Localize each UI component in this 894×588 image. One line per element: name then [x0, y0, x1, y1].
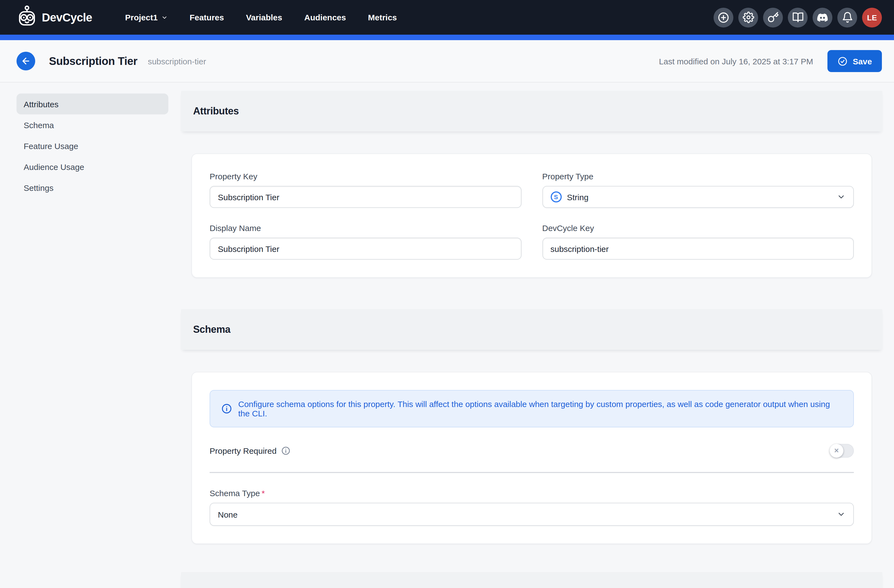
property-type-select[interactable]: S String — [542, 186, 854, 208]
property-required-row: Property Required ✕ — [210, 444, 854, 458]
api-key-icon — [767, 12, 779, 23]
page-title: Subscription Tier — [49, 55, 137, 67]
sidebar-item-schema[interactable]: Schema — [17, 115, 168, 135]
settings-button[interactable] — [738, 8, 758, 27]
project-selector-label: Project1 — [125, 13, 158, 22]
devcycle-logo[interactable]: DevCycle — [17, 5, 92, 29]
notifications-button[interactable] — [837, 8, 857, 27]
docs-button[interactable] — [788, 8, 808, 27]
user-avatar[interactable]: LE — [862, 8, 882, 27]
docs-book-icon — [792, 12, 803, 23]
property-key-input[interactable] — [210, 186, 521, 208]
devcycle-key-field-group: DevCycle Key — [542, 223, 854, 259]
back-button[interactable] — [17, 52, 35, 71]
sidebar-item-feature-usage[interactable]: Feature Usage — [17, 135, 168, 156]
accent-bar — [0, 35, 894, 40]
chevron-down-icon — [161, 14, 168, 21]
main-nav: Project1 Features Variables Audiences Me… — [116, 8, 406, 26]
schema-type-label: Schema Type* — [210, 488, 854, 498]
navbar-actions: LE — [714, 8, 882, 27]
devcycle-robot-icon — [17, 5, 38, 29]
schema-section-header: Schema — [181, 309, 882, 350]
info-icon — [281, 446, 290, 455]
settings-gear-icon — [742, 12, 754, 23]
nav-project-selector[interactable]: Project1 — [116, 8, 176, 26]
display-name-label: Display Name — [210, 223, 521, 233]
schema-banner-text: Configure schema options for this proper… — [238, 400, 842, 418]
property-type-field-group: Property Type S String — [542, 172, 854, 208]
feature-usage-section-title: Feature Usage — [193, 586, 260, 588]
brand-name: DevCycle — [42, 11, 92, 24]
property-type-value: String — [567, 192, 588, 202]
page-header: Subscription Tier subscription-tier Last… — [0, 40, 894, 83]
info-icon — [221, 403, 232, 414]
sidebar-item-audience-usage[interactable]: Audience Usage — [17, 156, 168, 177]
property-key-text: subscription-tier — [148, 56, 206, 66]
add-circle-icon — [717, 11, 729, 23]
property-key-field-group: Property Key — [210, 172, 521, 208]
required-asterisk: * — [261, 488, 265, 498]
schema-card-divider — [210, 472, 854, 473]
save-button[interactable]: Save — [828, 50, 882, 72]
chevron-down-icon — [837, 510, 846, 519]
schema-card: Configure schema options for this proper… — [192, 372, 872, 544]
nav-item-metrics[interactable]: Metrics — [359, 8, 406, 26]
string-type-icon: S — [550, 191, 562, 202]
nav-item-audiences[interactable]: Audiences — [295, 8, 355, 26]
schema-type-field-group: Schema Type* None — [210, 488, 854, 526]
schema-info-banner: Configure schema options for this proper… — [210, 390, 854, 427]
discord-icon — [816, 11, 829, 23]
attributes-section-title: Attributes — [193, 106, 239, 117]
arrow-left-icon — [21, 56, 31, 66]
top-navbar: DevCycle Project1 Features Variables Aud… — [0, 0, 894, 35]
property-key-label: Property Key — [210, 172, 521, 181]
chevron-down-icon — [837, 193, 846, 201]
schema-type-value: None — [218, 510, 238, 519]
last-modified-text: Last modified on July 16, 2025 at 3:17 P… — [659, 56, 813, 66]
discord-button[interactable] — [812, 8, 832, 27]
nav-item-features[interactable]: Features — [181, 8, 233, 26]
nav-item-variables[interactable]: Variables — [237, 8, 291, 26]
property-required-toggle[interactable]: ✕ — [830, 444, 854, 458]
property-type-label: Property Type — [542, 172, 854, 181]
devcycle-key-input[interactable] — [542, 238, 854, 259]
api-keys-button[interactable] — [763, 8, 783, 27]
devcycle-key-label: DevCycle Key — [542, 223, 854, 233]
notifications-bell-icon — [841, 12, 853, 23]
sidebar-item-settings[interactable]: Settings — [17, 177, 168, 198]
toggle-knob-off-icon: ✕ — [830, 444, 843, 458]
add-circle-button[interactable] — [714, 8, 733, 27]
attributes-card: Property Key Property Type S String Disp… — [192, 154, 872, 278]
schema-type-select[interactable]: None — [210, 503, 854, 526]
display-name-input[interactable] — [210, 238, 521, 259]
sidebar-item-attributes[interactable]: Attributes — [17, 93, 168, 115]
attributes-section-header: Attributes — [181, 91, 882, 131]
schema-section-title: Schema — [193, 324, 231, 335]
section-sidebar: Attributes Schema Feature Usage Audience… — [17, 93, 168, 198]
feature-usage-section-header: Feature Usage — [181, 572, 882, 588]
property-required-label: Property Required — [210, 446, 290, 455]
display-name-field-group: Display Name — [210, 223, 521, 259]
check-circle-icon — [837, 56, 848, 66]
